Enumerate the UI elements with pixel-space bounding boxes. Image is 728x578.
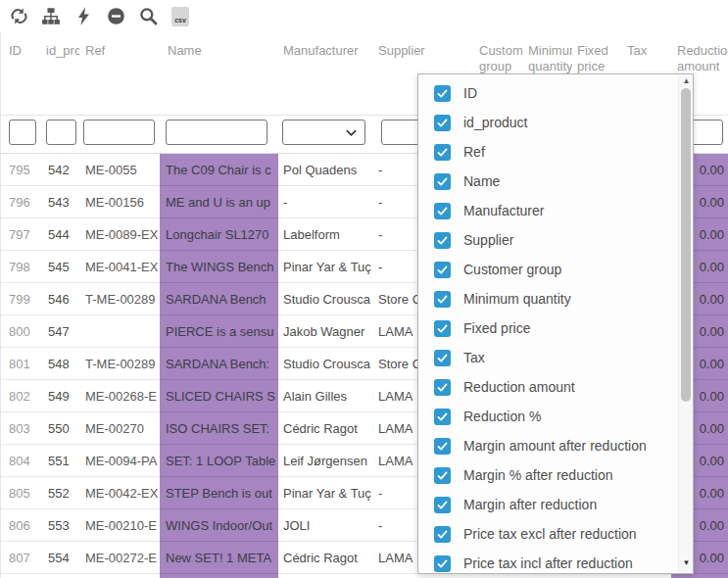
column-menu-item[interactable]: Price tax excl after reduction	[418, 519, 678, 549]
sitemap-icon	[41, 7, 61, 25]
column-menu-item-label: Ref	[463, 144, 485, 160]
column-menu-item-label: Tax	[463, 350, 485, 365]
column-menu-item[interactable]: Minimum quantity	[418, 284, 678, 313]
column-menu-item[interactable]: Margin after reduction	[418, 490, 678, 519]
column-menu-item[interactable]: ID	[418, 78, 678, 108]
cell-id: 796	[1, 186, 44, 218]
column-header-reduction_amount[interactable]: Reduction amount	[671, 43, 728, 74]
cell-name: New SET! 1 META	[160, 542, 278, 574]
checkbox-checked-icon[interactable]	[434, 379, 451, 396]
scrollbar-thumb[interactable]	[681, 88, 691, 402]
cell-manufacturer: Labelform	[278, 218, 374, 251]
checkbox-checked-icon[interactable]	[434, 409, 451, 425]
cell-manufacturer: -	[278, 186, 374, 218]
cell-id: 797	[1, 218, 44, 251]
checkbox-checked-icon[interactable]	[434, 497, 451, 513]
id-filter-input[interactable]	[9, 120, 36, 145]
column-menu-item[interactable]: Margin % after reduction	[418, 460, 678, 490]
checkbox-checked-icon[interactable]	[434, 262, 451, 278]
cell-ref: ME-0089-EX	[79, 218, 160, 251]
cell-manufacturer: Cédric Ragot	[278, 542, 374, 574]
column-header-customer_group[interactable]: Custom group	[474, 43, 523, 74]
column-menu-item[interactable]: Fixed price	[418, 313, 678, 343]
scroll-down-icon[interactable]: ▼	[679, 558, 694, 567]
name-filter-input[interactable]	[166, 120, 267, 145]
dropdown-scrollbar[interactable]: ▲ ▼	[678, 74, 693, 573]
csv-export-button[interactable]: csv	[170, 7, 190, 26]
cell-id: 795	[1, 154, 44, 186]
refresh-icon	[10, 7, 28, 25]
cell-manufacturer: Pol Quadens	[278, 154, 374, 186]
column-header-manufacturer[interactable]: Manufacturer	[278, 43, 374, 74]
checkbox-checked-icon[interactable]	[434, 320, 451, 337]
cell-name: WINGS Indoor/Out	[160, 509, 278, 542]
checkbox-checked-icon[interactable]	[434, 438, 451, 455]
cell-id_product: 547	[44, 315, 79, 348]
column-header-supplier[interactable]: Supplier	[374, 43, 474, 74]
quick-action-button[interactable]	[73, 7, 93, 26]
checkbox-checked-icon[interactable]	[434, 467, 451, 484]
column-header-name[interactable]: Name	[160, 43, 278, 74]
column-header-minimum_quantity[interactable]: Minimum quantity	[523, 43, 572, 74]
remove-button[interactable]	[106, 7, 125, 26]
cell-manufacturer: Jakob Wagner	[278, 315, 374, 348]
column-header-fixed_price[interactable]: Fixed price	[572, 43, 622, 74]
cell-ref: ME-0042-EX	[79, 477, 160, 509]
checkbox-checked-icon[interactable]	[434, 555, 451, 572]
checkbox-checked-icon[interactable]	[434, 350, 451, 366]
column-menu-item[interactable]: Customer group	[418, 255, 678, 284]
column-menu-item-label: Reduction %	[463, 409, 541, 424]
cell-id: 804	[1, 445, 44, 477]
cell-id: 805	[1, 477, 44, 509]
column-menu-item-label: Manufacturer	[463, 203, 544, 218]
cell-name: ISO CHAIRS SET:	[160, 412, 278, 445]
column-header-ref[interactable]: Ref	[79, 43, 160, 74]
search-button[interactable]	[138, 7, 158, 26]
cell-manufacturer: Studio Crousca	[278, 348, 374, 380]
cell-name: PIERCE is a sensu	[160, 315, 278, 348]
column-menu-item[interactable]: Reduction %	[418, 402, 678, 431]
checkbox-checked-icon[interactable]	[434, 173, 451, 190]
minus-circle-icon	[107, 7, 125, 25]
checkbox-checked-icon[interactable]	[434, 144, 451, 161]
column-menu-item[interactable]: Tax	[418, 343, 678, 372]
column-menu-item[interactable]: id_product	[418, 108, 678, 137]
checkbox-checked-icon[interactable]	[434, 291, 451, 308]
column-menu-item[interactable]: Supplier	[418, 225, 678, 255]
cell-ref: ME-00156	[79, 186, 160, 218]
checkbox-checked-icon[interactable]	[434, 115, 451, 131]
manufacturer-filter-select[interactable]	[282, 120, 365, 145]
cell-id_product: 543	[44, 186, 79, 218]
cell-id: 800	[1, 315, 44, 348]
id_product-filter-input[interactable]	[46, 120, 76, 145]
column-menu-item-label: Reduction amount	[463, 379, 575, 395]
checkbox-checked-icon[interactable]	[434, 232, 451, 249]
hierarchy-button[interactable]	[41, 7, 61, 26]
column-chooser-list: IDid_productRefNameManufacturerSupplierC…	[418, 74, 678, 573]
ref-filter-input[interactable]	[83, 120, 155, 145]
column-menu-item[interactable]: Price tax incl after reduction	[418, 549, 678, 573]
checkbox-checked-icon[interactable]	[434, 203, 451, 219]
cell-ref: ME-00210-E	[79, 509, 160, 542]
cell-id_product: 544	[44, 218, 79, 251]
table-row-partial	[1, 574, 728, 578]
cell-manufacturer: Alain Gilles	[278, 380, 374, 412]
refresh-button[interactable]	[9, 7, 28, 26]
column-header-id_product[interactable]: id_prc	[44, 43, 79, 74]
column-menu-item[interactable]: Name	[418, 167, 678, 196]
cell-ref: ME-00268-E	[79, 380, 160, 412]
column-menu-item[interactable]: Ref	[418, 137, 678, 167]
cell-ref: T-ME-00289	[79, 348, 160, 380]
toolbar: csv	[0, 0, 728, 33]
column-header-tax[interactable]: Tax	[622, 43, 671, 74]
column-menu-item[interactable]: Margin amount after reduction	[418, 431, 678, 460]
column-header-id[interactable]: ID	[1, 43, 44, 74]
cell-id_product: 545	[44, 251, 79, 283]
cell-manufacturer: Pinar Yar & Tuç	[278, 251, 374, 283]
column-menu-item[interactable]: Reduction amount	[418, 372, 678, 402]
cell-manufacturer: Pinar Yar & Tuç	[278, 477, 374, 509]
scroll-up-icon[interactable]: ▲	[679, 76, 694, 85]
checkbox-checked-icon[interactable]	[434, 85, 451, 102]
column-menu-item[interactable]: Manufacturer	[418, 196, 678, 225]
checkbox-checked-icon[interactable]	[434, 526, 451, 543]
